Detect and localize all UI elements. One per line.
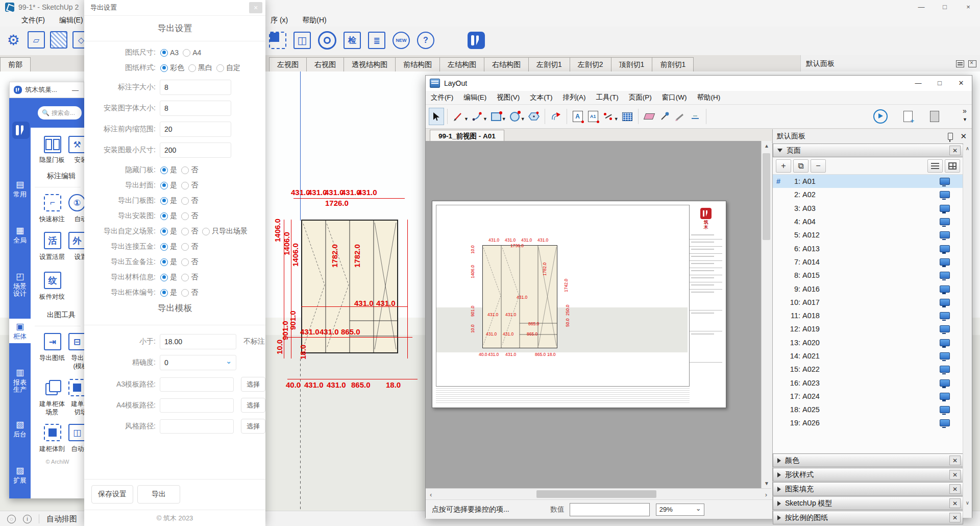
label-tool[interactable]: A1: [585, 108, 601, 125]
radio-yes[interactable]: [160, 258, 168, 266]
new-feature-gear-icon[interactable]: NEW: [393, 32, 410, 49]
auto-layout-icon[interactable]: ◫: [68, 424, 84, 441]
text-tool[interactable]: A: [570, 108, 585, 125]
table-tool[interactable]: [620, 108, 635, 125]
menu-item[interactable]: 文件(F): [426, 93, 458, 102]
page-visibility-icon[interactable]: [940, 312, 950, 319]
scene-tab[interactable]: 透视结构图: [344, 57, 396, 72]
choose-button[interactable]: 选择: [241, 398, 265, 413]
number-input[interactable]: 8: [160, 101, 231, 116]
scene-tab[interactable]: 顶剖切1: [611, 57, 653, 72]
style-pencil-tool[interactable]: [672, 108, 688, 125]
menu-item[interactable]: 视图(V): [492, 93, 525, 102]
collapsed-panel-header[interactable]: SketchUp 模型 ✕: [773, 496, 963, 510]
paper-sheet[interactable]: 筑木: [432, 201, 726, 408]
page-list-item[interactable]: # 16: A023: [773, 376, 963, 389]
page-visibility-icon[interactable]: [940, 299, 950, 306]
menu-item[interactable]: 窗口(W): [657, 93, 692, 102]
page-visibility-icon[interactable]: [940, 325, 950, 332]
install-wrench-icon[interactable]: ⚒: [68, 136, 84, 153]
hatched-box-icon[interactable]: [50, 31, 67, 49]
minimize-button[interactable]: —: [910, 0, 933, 14]
export-drawing-icon[interactable]: ⇥: [44, 333, 61, 350]
path-input[interactable]: [160, 419, 234, 434]
precision-select[interactable]: 0: [160, 355, 236, 370]
menu-item[interactable]: 页面(P): [624, 93, 657, 102]
circle-tool[interactable]: [507, 108, 523, 125]
auto-number-icon[interactable]: ①: [68, 194, 84, 211]
radio-yes[interactable]: [160, 182, 168, 189]
scene-tab-current[interactable]: 前部: [0, 57, 31, 72]
archiwood-logo-icon[interactable]: [468, 32, 485, 49]
page-list-item[interactable]: # 11: A018: [773, 309, 963, 322]
page-list-item[interactable]: # 7: A014: [773, 255, 963, 269]
plugin-nav-item[interactable]: ▦ 全局: [9, 226, 31, 244]
radio-yes[interactable]: [160, 228, 168, 235]
page-list-item[interactable]: # 18: A025: [773, 403, 963, 416]
radio-custom[interactable]: [216, 64, 224, 72]
scene-tab[interactable]: 右视图: [306, 57, 344, 72]
toolbar-dropdown-icon[interactable]: ▼: [963, 117, 967, 122]
zoom-select[interactable]: 29%: [656, 504, 704, 516]
page-visibility-icon[interactable]: [940, 406, 950, 413]
export-template-icon[interactable]: ⊟: [68, 333, 84, 350]
single-cabinet-cut-icon[interactable]: [68, 379, 84, 396]
radio-a3[interactable]: [160, 49, 168, 57]
style-eyedropper-tool[interactable]: [657, 108, 672, 125]
line-tool[interactable]: [451, 108, 466, 125]
export-button[interactable]: 导出: [137, 485, 180, 504]
menu-item[interactable]: 文件(F): [14, 16, 52, 25]
page-list-item[interactable]: # 12: A019: [773, 322, 963, 336]
dock-close-icon[interactable]: ✕: [960, 132, 967, 141]
dock-scroll-up-icon[interactable]: ∧: [963, 146, 972, 151]
plugin-nav-item[interactable]: ▤ 常用: [9, 180, 31, 198]
page-visibility-icon[interactable]: [940, 191, 950, 198]
page-visibility-icon[interactable]: [940, 339, 950, 346]
collapsed-panel-header[interactable]: 按比例的图纸 ✕: [773, 511, 963, 524]
page-visibility-icon[interactable]: [940, 205, 950, 212]
toolbar-overflow-icon[interactable]: »: [963, 107, 967, 115]
page-visibility-icon[interactable]: [940, 366, 950, 373]
plugin-nav-item[interactable]: ▥ 报表 生产: [9, 368, 31, 394]
radio-only-scenes[interactable]: [202, 228, 210, 235]
radio-no[interactable]: [181, 243, 189, 251]
start-presentation-button[interactable]: [873, 108, 888, 125]
list-view-button[interactable]: [927, 159, 943, 173]
offset-tool[interactable]: [548, 108, 564, 125]
plugin-nav-item[interactable]: ◰ 场景 设计: [9, 272, 31, 298]
pin-icon[interactable]: [948, 133, 953, 140]
page-list-item[interactable]: # 9: A016: [773, 282, 963, 295]
vertical-scrollbar[interactable]: ▲ ▼: [761, 141, 772, 488]
scroll-left-icon[interactable]: ‹: [430, 491, 432, 498]
scene-tab[interactable]: 左剖切1: [528, 57, 570, 72]
geolocation-icon[interactable]: ◌: [7, 515, 16, 523]
panel-close-icon[interactable]: ✕: [949, 513, 961, 522]
layout-close-button[interactable]: ✕: [950, 76, 972, 91]
single-cabinet-scene-icon[interactable]: [44, 379, 61, 396]
less-than-input[interactable]: 18.00: [160, 334, 236, 349]
radio-no[interactable]: [181, 228, 189, 235]
radio-color[interactable]: [160, 64, 168, 72]
number-input[interactable]: 20: [160, 122, 231, 137]
page-list-item[interactable]: # 1: A01: [773, 175, 963, 188]
panel-close-icon[interactable]: ✕: [949, 456, 961, 465]
page-visibility-icon[interactable]: [940, 352, 950, 360]
page-visibility-icon[interactable]: [940, 178, 950, 185]
panel-close-icon[interactable]: ✕: [949, 470, 961, 480]
radio-yes[interactable]: [160, 166, 168, 174]
tray-panels-icon[interactable]: [956, 60, 964, 67]
grain-match-icon[interactable]: 纹: [44, 272, 61, 289]
page-list-item[interactable]: # 14: A021: [773, 349, 963, 363]
scene-tab[interactable]: 右结构图: [484, 57, 529, 72]
panel-close-icon[interactable]: ✕: [949, 484, 961, 494]
scene-tab[interactable]: 左视图: [269, 57, 307, 72]
selection-fill-icon[interactable]: [269, 32, 286, 49]
add-page-button[interactable]: +: [776, 159, 791, 173]
menu-item[interactable]: 文本(T): [525, 93, 557, 102]
panel-close-icon[interactable]: ✕: [949, 498, 961, 508]
radio-yes[interactable]: [160, 197, 168, 205]
path-input[interactable]: [160, 377, 234, 392]
radio-yes[interactable]: [160, 274, 168, 281]
number-input[interactable]: 200: [160, 142, 231, 158]
value-input[interactable]: [570, 503, 650, 516]
